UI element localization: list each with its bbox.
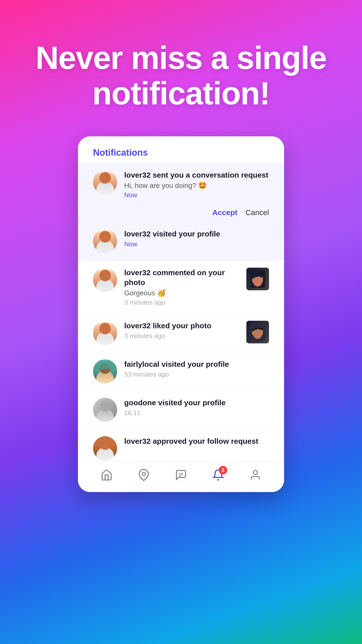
- notification-content: goodone visited your profile 16:11: [124, 398, 269, 417]
- card-header: Notifications: [78, 136, 284, 163]
- hero-title: Never miss a single notification!: [20, 40, 342, 111]
- notification-sub-text: Gorgeous 🥳: [124, 289, 239, 297]
- notification-text: lover32 visited your profile: [124, 229, 269, 239]
- list-item: fairlylocal visited your profile 53 minu…: [78, 352, 284, 391]
- avatar: [93, 321, 117, 345]
- bell-icon: 2: [211, 468, 225, 482]
- notification-sub-text: Hi, how are you doing? 🤩: [124, 181, 269, 190]
- list-item: lover32 commented on your photo Gorgeous…: [78, 261, 284, 314]
- avatar: [93, 170, 117, 194]
- svg-rect-8: [261, 276, 263, 277]
- notification-text: lover32 commented on your photo: [124, 268, 239, 287]
- nav-item-profile[interactable]: [248, 468, 262, 482]
- list-item: lover32 approved your follow request: [78, 429, 284, 462]
- notification-content: lover32 commented on your photo Gorgeous…: [124, 268, 239, 306]
- list-item: goodone visited your profile 16:11: [78, 391, 284, 429]
- notification-time: Now: [124, 240, 269, 248]
- notification-time: Now: [124, 191, 269, 199]
- avatar: [93, 436, 117, 460]
- list-item: lover32 sent you a conversation request …: [78, 163, 284, 206]
- svg-point-20: [142, 472, 145, 475]
- nav-item-home[interactable]: [100, 468, 114, 482]
- nav-item-location[interactable]: [137, 468, 151, 482]
- avatar: [93, 398, 117, 422]
- svg-rect-16: [255, 328, 257, 330]
- location-icon: [137, 468, 151, 482]
- notification-content: lover32 liked your photo 3 minutes ago: [124, 321, 239, 340]
- notification-text: goodone visited your profile: [124, 398, 269, 408]
- notification-content: lover32 visited your profile Now: [124, 229, 269, 248]
- notification-time: 3 minutes ago: [124, 332, 239, 340]
- photo-thumbnail: [246, 321, 269, 343]
- nav-item-messages[interactable]: [174, 468, 188, 482]
- notification-content: lover32 sent you a conversation request …: [124, 170, 269, 199]
- avatar: [93, 359, 117, 383]
- avatar: [93, 229, 117, 253]
- home-icon: [100, 468, 114, 482]
- notification-content: fairlylocal visited your profile 53 minu…: [124, 359, 269, 378]
- svg-rect-18: [261, 328, 263, 330]
- notifications-panel-title: Notifications: [93, 147, 148, 158]
- notification-badge: 2: [219, 466, 227, 474]
- svg-rect-19: [252, 329, 254, 331]
- notifications-card: Notifications lover32 sent you a convers…: [78, 136, 284, 492]
- notification-text: lover32 approved your follow request: [124, 436, 269, 446]
- nav-item-notifications[interactable]: 2: [211, 468, 225, 482]
- svg-rect-7: [258, 275, 260, 277]
- notification-text: fairlylocal visited your profile: [124, 359, 269, 369]
- notification-time: 16:11: [124, 409, 269, 417]
- notification-text: lover32 sent you a conversation request: [124, 170, 269, 180]
- profile-icon: [248, 468, 262, 482]
- svg-rect-9: [252, 277, 254, 278]
- bottom-navigation: 2: [78, 462, 284, 487]
- list-item: lover32 visited your profile Now: [78, 222, 284, 260]
- notification-content: lover32 approved your follow request: [124, 436, 269, 446]
- notification-text: lover32 liked your photo: [124, 321, 239, 331]
- messages-icon: [174, 468, 188, 482]
- avatar: [93, 268, 117, 292]
- notification-time: 3 minutes ago: [124, 299, 239, 306]
- svg-point-23: [253, 470, 257, 474]
- hero-section: Never miss a single notification!: [0, 0, 362, 136]
- list-item: lover32 liked your photo 3 minutes ago: [78, 314, 284, 352]
- action-buttons-row: Accept Cancel: [78, 206, 284, 222]
- cancel-button[interactable]: Cancel: [246, 208, 269, 217]
- accept-button[interactable]: Accept: [212, 208, 238, 217]
- notification-time: 53 minutes ago: [124, 371, 269, 378]
- photo-thumbnail: [246, 268, 269, 290]
- svg-rect-6: [255, 275, 257, 277]
- svg-rect-17: [258, 327, 260, 329]
